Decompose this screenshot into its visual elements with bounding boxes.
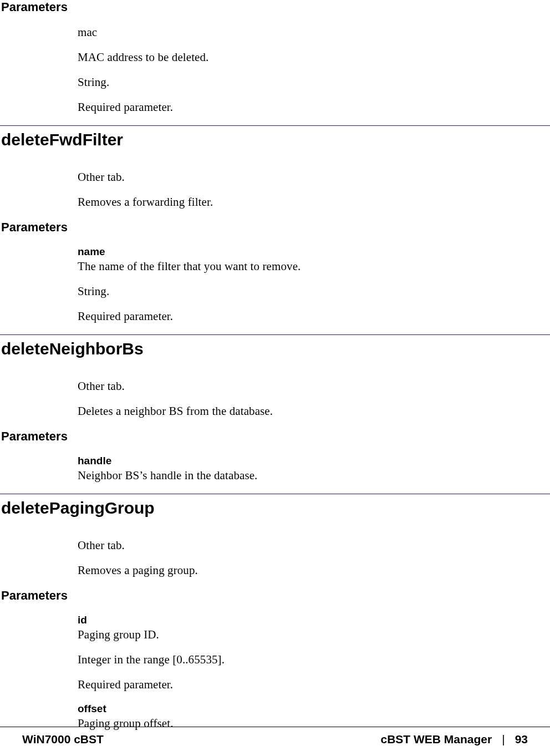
param-mac-type: String. — [78, 75, 550, 89]
section-deletefwdfilter: deleteFwdFilter Other tab. Removes a for… — [0, 130, 550, 323]
section-deletepaginggroup: deletePagingGroup Other tab. Removes a p… — [0, 499, 550, 730]
tab-location: Other tab. — [78, 379, 550, 393]
section-heading-deleteneighborbs: deleteNeighborBs — [1, 339, 550, 358]
param-name-desc: The name of the filter that you want to … — [78, 260, 550, 273]
param-offset-label: offset — [78, 703, 550, 715]
tab-location: Other tab. — [78, 170, 550, 184]
param-id-label: id — [78, 614, 550, 626]
param-mac-req: Required parameter. — [78, 100, 550, 114]
parameters-heading: Parameters — [1, 220, 550, 235]
parameters-heading: Parameters — [1, 429, 550, 444]
section-divider — [0, 334, 550, 335]
section-description: Removes a paging group. — [78, 564, 550, 577]
param-id-req: Required parameter. — [78, 678, 550, 692]
section-heading-deletefwdfilter: deleteFwdFilter — [1, 130, 550, 149]
param-mac-name: mac — [78, 26, 550, 39]
param-id-desc: Paging group ID. — [78, 628, 550, 642]
section-parameters-top: Parameters mac MAC address to be deleted… — [0, 0, 550, 114]
section-divider — [0, 125, 550, 126]
section-deleteneighborbs: deleteNeighborBs Other tab. Deletes a ne… — [0, 339, 550, 483]
section-description: Deletes a neighbor BS from the database. — [78, 404, 550, 418]
tab-location: Other tab. — [78, 539, 550, 552]
footer-separator: | — [502, 733, 505, 746]
page-footer: WiN7000 cBST cBST WEB Manager | 93 — [0, 727, 550, 746]
parameters-heading: Parameters — [1, 588, 550, 603]
footer-page-number: 93 — [515, 733, 528, 746]
param-handle-label: handle — [78, 455, 550, 467]
footer-right: cBST WEB Manager | 93 — [380, 733, 528, 746]
parameters-heading: Parameters — [1, 0, 550, 14]
param-id-type: Integer in the range [0..65535]. — [78, 653, 550, 667]
param-name-req: Required parameter. — [78, 309, 550, 323]
param-handle-desc: Neighbor BS’s handle in the database. — [78, 469, 550, 483]
param-mac-desc: MAC address to be deleted. — [78, 50, 550, 64]
section-divider — [0, 494, 550, 494]
footer-title: cBST WEB Manager — [380, 733, 492, 746]
param-name-label: name — [78, 246, 550, 258]
section-heading-deletepaginggroup: deletePagingGroup — [1, 499, 550, 517]
footer-left: WiN7000 cBST — [22, 733, 104, 746]
param-name-type: String. — [78, 285, 550, 298]
section-description: Removes a forwarding filter. — [78, 195, 550, 209]
